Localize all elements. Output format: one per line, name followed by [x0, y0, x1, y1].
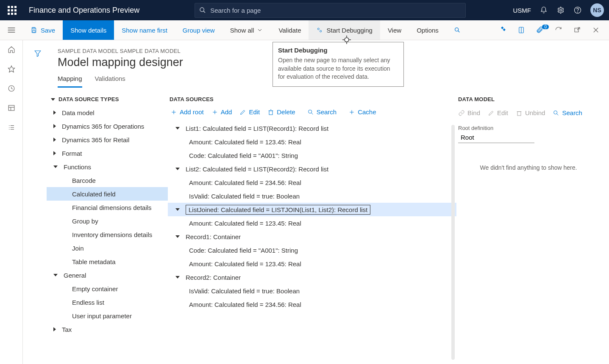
delete-button[interactable]: Delete [267, 108, 295, 116]
search-button[interactable]: Search [307, 108, 337, 116]
search-icon [454, 27, 461, 33]
group-view-button[interactable]: Group view [175, 20, 222, 40]
tree-sub-item[interactable]: Group by [47, 214, 168, 228]
top-nav: Finance and Operations Preview USMF NS [0, 0, 609, 20]
tree-item[interactable]: General [47, 268, 168, 282]
panel-header[interactable]: DATA SOURCE TYPES [47, 94, 168, 106]
ds-row[interactable]: Amount: Calculated field = 234.56: Real [168, 176, 456, 189]
root-definition-label: Root definition [458, 125, 601, 131]
ds-row[interactable]: Amount: Calculated field = 123.45: Real [168, 257, 456, 270]
tree-sub-item[interactable]: Endless list [47, 295, 168, 309]
modules-icon[interactable] [7, 123, 16, 132]
tree-item-label: Format [62, 150, 82, 157]
bind-button[interactable]: Bind [458, 109, 480, 116]
tree-sub-item[interactable]: Financial dimensions details [47, 201, 168, 214]
home-icon[interactable] [7, 45, 16, 54]
ds-row[interactable]: ListJoined: Calculated field = LISTJOIN(… [168, 203, 456, 216]
global-search[interactable] [195, 3, 466, 18]
svg-rect-15 [503, 28, 506, 31]
svg-marker-34 [35, 51, 41, 57]
save-button[interactable]: Save [23, 20, 63, 40]
ds-row[interactable]: List1: Calculated field = LIST(Record1):… [168, 121, 456, 135]
tab-validations[interactable]: Validations [95, 75, 125, 88]
tree-item[interactable]: Dynamics 365 for Operations [47, 119, 168, 133]
tree-item[interactable]: Data model [47, 106, 168, 119]
add-root-button[interactable]: Add root [170, 108, 204, 116]
svg-rect-18 [575, 28, 578, 32]
help-icon[interactable] [573, 6, 582, 14]
svg-rect-39 [269, 110, 273, 114]
tree-sub-item[interactable]: Table metadata [47, 255, 168, 268]
show-name-first-button[interactable]: Show name first [114, 20, 175, 40]
action-search-button[interactable] [446, 20, 472, 40]
chevron-down-icon [175, 276, 180, 279]
workspaces-icon[interactable] [7, 104, 16, 112]
svg-line-43 [311, 113, 313, 114]
options-menu[interactable]: Options [409, 20, 446, 40]
popout-icon[interactable] [569, 26, 585, 34]
tree-sub-item[interactable]: Empty container [47, 282, 168, 295]
refresh-icon[interactable] [551, 26, 567, 34]
search-input[interactable] [210, 7, 461, 14]
app-title: Finance and Operations Preview [29, 6, 139, 15]
gear-icon[interactable] [556, 6, 565, 14]
ds-row[interactable]: Amount: Calculated field = 234.56: Real [168, 298, 456, 311]
attach-icon[interactable]: 0 [532, 26, 548, 34]
tree-sub-item[interactable]: Calculated field [47, 187, 168, 201]
edit-button[interactable]: Edit [239, 108, 260, 116]
ds-row[interactable]: Record1: Container [168, 230, 456, 243]
validate-button[interactable]: Validate [271, 20, 309, 40]
scrollbar[interactable] [451, 125, 455, 360]
ds-row[interactable]: Amount: Calculated field = 123.45: Real [168, 135, 456, 149]
star-icon[interactable] [7, 65, 16, 73]
legal-entity[interactable]: USMF [513, 7, 531, 14]
start-debugging-button[interactable]: Start Debugging [309, 20, 380, 40]
ds-row[interactable]: Code: Calculated field = "A001": String [168, 243, 456, 257]
avatar[interactable]: NS [590, 3, 604, 17]
hamburger-icon[interactable] [0, 20, 23, 40]
tree-item[interactable]: Dynamics 365 for Retail [47, 133, 168, 146]
close-icon[interactable] [588, 26, 604, 34]
svg-rect-25 [8, 105, 14, 110]
left-rail [0, 40, 23, 364]
chevron-down-icon [53, 165, 58, 168]
clock-icon[interactable] [7, 84, 16, 93]
view-menu[interactable]: View [380, 20, 409, 40]
tab-mapping[interactable]: Mapping [58, 75, 82, 88]
ds-row-text: IsValid: Calculated field = true: Boolea… [189, 193, 300, 200]
tree-sub-item[interactable]: Inventory dimensions details [47, 228, 168, 241]
tree-sub-item[interactable]: Barcode [47, 174, 168, 187]
svg-line-13 [458, 30, 459, 32]
search-icon [199, 7, 206, 14]
ds-row[interactable]: Amount: Calculated field = 123.45: Real [168, 216, 456, 230]
waffle-icon[interactable] [5, 6, 19, 15]
show-all-dropdown[interactable]: Show all [222, 20, 271, 40]
chevron-right-icon [53, 327, 56, 331]
root-definition-input[interactable] [458, 132, 534, 143]
svg-point-4 [578, 12, 578, 12]
bell-icon[interactable] [539, 6, 548, 14]
cache-button[interactable]: Cache [348, 108, 376, 116]
tree-item[interactable]: Tax [47, 323, 168, 336]
ds-row[interactable]: IsValid: Calculated field = true: Boolea… [168, 189, 456, 203]
svg-marker-23 [8, 66, 14, 72]
show-details-button[interactable]: Show details [63, 20, 114, 40]
add-button[interactable]: Add [211, 108, 232, 116]
ds-row[interactable]: Record2: Container [168, 270, 456, 284]
page-icon[interactable] [513, 26, 529, 34]
tree-sub-item[interactable]: Join [47, 241, 168, 255]
ds-row-text: IsValid: Calculated field = true: Boolea… [189, 287, 300, 295]
ds-row[interactable]: List2: Calculated field = LIST(Record2):… [168, 162, 456, 176]
tree-item[interactable]: Format [47, 146, 168, 160]
tree-item[interactable]: Functions [47, 160, 168, 174]
ds-row-text: Amount: Calculated field = 123.45: Real [189, 138, 301, 146]
tree-sub-item[interactable]: User input parameter [47, 309, 168, 323]
edit-button[interactable]: Edit [488, 109, 508, 116]
svg-line-49 [557, 113, 559, 115]
diamond-icon[interactable] [495, 26, 511, 34]
unbind-button[interactable]: Unbind [516, 109, 545, 116]
search-button[interactable]: Search [553, 109, 582, 116]
filter-icon[interactable] [34, 50, 42, 57]
ds-row[interactable]: IsValid: Calculated field = true: Boolea… [168, 284, 456, 298]
ds-row[interactable]: Code: Calculated field = "A001": String [168, 149, 456, 162]
